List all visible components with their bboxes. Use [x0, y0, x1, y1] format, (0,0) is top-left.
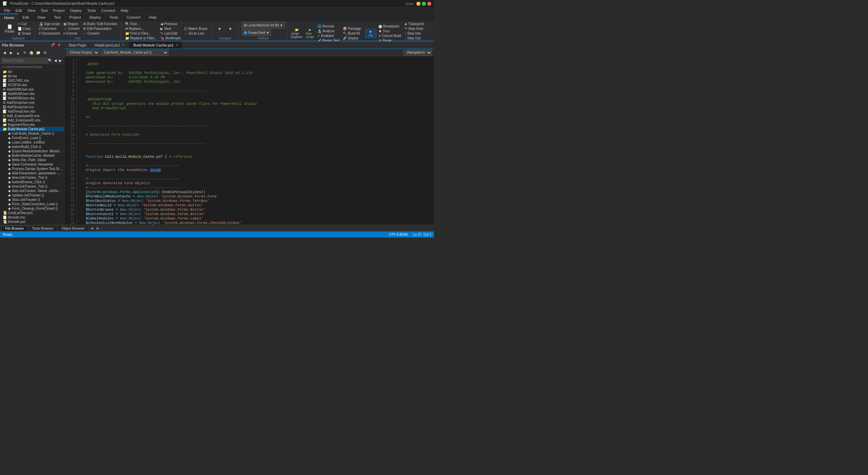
file-list-item[interactable]: ◆Form_Cleanup_FormClosed ()	[0, 206, 64, 211]
erase-button[interactable]: 🗑 Erase	[16, 31, 32, 36]
menu-test[interactable]: Test	[38, 7, 50, 13]
cut-button[interactable]: ✂ Cut	[16, 22, 32, 26]
step-out-button[interactable]: ↑ Step Out	[403, 36, 432, 40]
run-button[interactable]: ▶ RunScript	[304, 27, 315, 39]
file-list-item[interactable]: ◆Add-JobTracker -Name -JobScript	[0, 189, 64, 193]
tracepoint-button[interactable]: ◈ Tracepoint	[403, 22, 432, 26]
goto-line-button[interactable]: → Go to Line	[183, 31, 209, 36]
file-list-item[interactable]: 📝AddTempUser.vbs	[0, 109, 64, 114]
script-explorer-button[interactable]: 📂 ScriptExplorer	[290, 27, 304, 39]
step-into-button[interactable]: ↓ Step Into	[403, 31, 432, 36]
sign-script-button[interactable]: 🔏 Sign script	[37, 22, 61, 26]
file-list-item[interactable]: ◆Build-ModuleCache -Module	[0, 153, 64, 158]
build-function-button[interactable]: ⚙ Build / Edit Function	[82, 22, 119, 26]
navigation-dropdown[interactable]: (Navigation)	[403, 50, 432, 56]
file-list-item[interactable]: ◆buttonBuild_Click ()	[0, 145, 64, 149]
menu-edit[interactable]: Edit	[13, 7, 25, 13]
menu-deploy[interactable]: Deploy	[67, 7, 84, 13]
menu-tools[interactable]: Tools	[84, 7, 99, 13]
file-list-item[interactable]: 📁bit me	[0, 74, 64, 78]
file-list-item[interactable]: ◆Stop-JobTracker ()	[0, 197, 64, 202]
comment-button[interactable]: // Comment	[37, 26, 61, 31]
bookmark-button[interactable]: 🔖 Bookmark	[159, 36, 182, 40]
file-browser-pin-btn[interactable]: 📌	[50, 42, 56, 48]
tab-home[interactable]: Home	[0, 14, 18, 21]
next-button[interactable]: ▶ Next	[159, 26, 182, 31]
file-browser-close-btn[interactable]: ✕	[56, 42, 62, 48]
file-list-item[interactable]: 📁ArgumentTest.vbs	[0, 122, 64, 127]
build-all-button[interactable]: 🔨 Build All	[341, 31, 362, 36]
minimize-btn[interactable]	[416, 2, 420, 6]
file-list-item[interactable]: 📄decode.msi	[0, 215, 64, 220]
breakpoint-button[interactable]: ⬤ Breakpoint	[377, 24, 402, 28]
maximize-btn[interactable]	[422, 2, 426, 6]
tab-deploy[interactable]: Deploy	[85, 14, 105, 21]
fb-up-btn[interactable]: ▲	[15, 50, 21, 56]
tab-tools[interactable]: Tools	[105, 14, 123, 21]
menu-file[interactable]: File	[1, 7, 13, 13]
tab-view[interactable]: View	[33, 14, 50, 21]
tab-close-build[interactable]: ✕	[176, 43, 178, 47]
uncomment-button[interactable]: // Uncomment	[37, 31, 61, 36]
bottom-tab-file-browser[interactable]: File Browser	[1, 226, 28, 231]
file-list-item[interactable]: 📝SCDF64.vbs	[0, 83, 64, 87]
file-list-item[interactable]: ⚙AddTempUser.exe	[0, 100, 64, 105]
file-list-item[interactable]: ◆Form_StateCorrection_Load ()	[0, 202, 64, 206]
file-browser-search-input[interactable]	[1, 58, 48, 63]
file-list-item[interactable]: ◆Call-Build_Module_Cache ()	[0, 131, 64, 136]
scope-function-dropdown[interactable]: Call-Build_Module_Cache.psf ()	[101, 50, 169, 56]
copy-button[interactable]: 📄 Copy	[16, 26, 32, 31]
file-list-item[interactable]: ◆Process-Syntax System.Text.Stringbuilde…	[0, 167, 64, 171]
local-machine-dropdown[interactable]: 🖥 Local Machine 64 Bit ▼	[242, 22, 285, 28]
fb-new-folder-btn[interactable]: 📁	[35, 50, 41, 56]
file-list-item[interactable]: 📜Decode.ps1	[0, 220, 64, 224]
menu-help[interactable]: Help	[118, 7, 131, 13]
fb-settings-btn[interactable]: ⚙	[42, 50, 48, 56]
file-list-item[interactable]: ◆timerJobTracker_Tick ()	[0, 184, 64, 189]
fb-forward-btn[interactable]: ▶	[8, 50, 14, 56]
tab-connect[interactable]: Connect	[122, 14, 145, 21]
file-list-item[interactable]: 📁Build Module Cache.ps1	[0, 127, 64, 131]
file-list-item[interactable]: 📜CmdListTest.ps1	[0, 211, 64, 215]
navigate-forward-button[interactable]: ▶	[225, 26, 236, 31]
analyze-button[interactable]: 🔬 Analyze	[316, 29, 341, 33]
bottom-tab-tools-browser[interactable]: Tools Browser	[28, 226, 57, 231]
nav-prev-icon[interactable]: ◀	[53, 58, 58, 64]
file-list-item[interactable]: ◆Update-JobTracker ()	[0, 193, 64, 197]
tab-test[interactable]: Test	[50, 14, 65, 21]
convert-button[interactable]: ↔ Convert	[62, 26, 81, 31]
find-in-files-button[interactable]: 📁 Find in Files...	[124, 31, 158, 36]
stop-button[interactable]: ⏹ Stop	[377, 29, 402, 33]
file-list-item[interactable]: ◆timerJobTracker_Tick ()	[0, 175, 64, 180]
file-list-item[interactable]: ◆Save-Command -Newwriter	[0, 162, 64, 167]
file-list-item[interactable]: 📝Add4048User.vbs	[0, 96, 64, 100]
nav-next-icon[interactable]: ▶	[58, 58, 63, 64]
file-list-item[interactable]: 📝16017481.vbs	[0, 78, 64, 83]
cancel-build-button[interactable]: ✕ Cancel Build	[377, 34, 402, 38]
bottom-tab-object-browser[interactable]: Object Browser	[58, 226, 88, 231]
deploy-button[interactable]: 🚀 Deploy	[341, 36, 362, 40]
previous-button[interactable]: ◀ Previous	[159, 22, 182, 26]
custom-tool-button[interactable]: ⚒ Custom Tool	[433, 31, 434, 36]
paste-button[interactable]: 📋 Paste	[3, 23, 16, 34]
edit-params-button[interactable]: ⚙ Edit Parameters	[82, 26, 119, 31]
menu-project[interactable]: Project	[51, 7, 67, 13]
search-icon[interactable]: 🔍	[48, 58, 53, 64]
file-list-item[interactable]: 📝Add_EmployeeID.vbs	[0, 118, 64, 122]
file-list-item[interactable]: ◆Get-HresultFailed { hr}	[0, 224, 64, 225]
menu-view[interactable]: View	[25, 7, 38, 13]
fb-back-btn[interactable]: ◀	[1, 50, 7, 56]
navigate-back-button[interactable]: ◀	[214, 26, 225, 31]
file-list-item[interactable]: ◆Export-ModuleSelection -ModuleSelection…	[0, 149, 64, 153]
file-list-item[interactable]: 📁bin	[0, 70, 64, 74]
tab-help[interactable]: Help	[145, 14, 161, 21]
replace-in-files-button[interactable]: 📁 Replace in Files...	[124, 36, 158, 40]
tab-edit[interactable]: Edit	[18, 14, 33, 21]
fb-refresh-btn[interactable]: ↻	[22, 50, 28, 56]
bottom-tab-nav-left[interactable]: ◀	[89, 226, 95, 230]
match-brace-button[interactable]: { } Match Brace	[183, 26, 209, 31]
last-edit-button[interactable]: ✎ Last Edit	[159, 31, 182, 36]
remote-button[interactable]: 🌐 Remote	[316, 24, 341, 28]
enabled-button[interactable]: ✓ Enabled	[316, 34, 341, 38]
file-list-item[interactable]: ◆buttonBrowse_Click ()	[0, 180, 64, 184]
